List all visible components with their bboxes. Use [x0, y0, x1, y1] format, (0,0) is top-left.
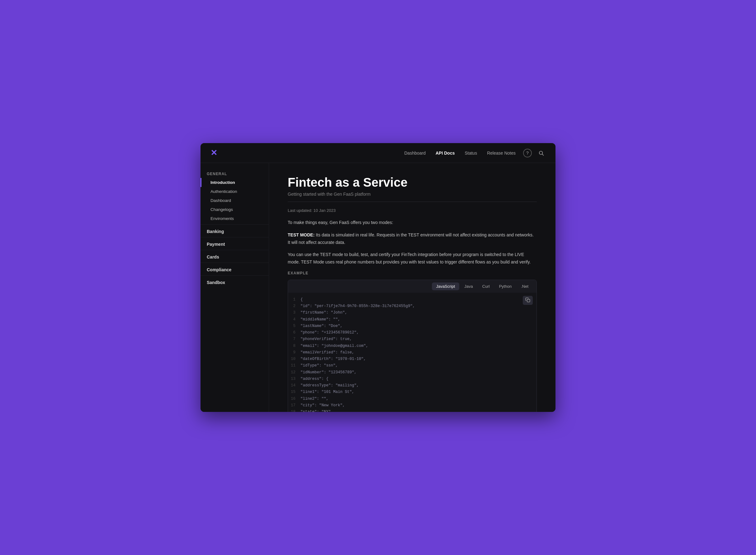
main-nav: Dashboard API Docs Status Release Notes — [404, 151, 516, 156]
logo: ✕ — [210, 148, 217, 158]
code-line: 17 "city": "New York", — [288, 402, 536, 409]
line-content: "idNumber": "123456789", — [301, 369, 536, 376]
app-window: ✕ Dashboard API Docs Status Release Note… — [201, 143, 555, 412]
code-line: 13 "address": { — [288, 376, 536, 382]
tab-python[interactable]: Python — [495, 283, 516, 290]
body-text-2: You can use the TEST mode to build, test… — [288, 251, 537, 266]
sidebar-item-changelogs[interactable]: Changelogs — [201, 205, 269, 214]
line-content: "middleName": "", — [301, 316, 536, 323]
test-mode-paragraph: TEST MODE: Its data is simulated in real… — [288, 231, 537, 246]
line-content: "idType": "ssn", — [301, 362, 536, 369]
copy-button[interactable] — [523, 296, 533, 305]
page-subtitle: Getting started with the Gen FaaS platfo… — [288, 191, 537, 197]
code-line: 15 "line1": "101 Main St", — [288, 389, 536, 395]
test-mode-label: TEST MODE: — [288, 232, 315, 238]
line-number: 1 — [288, 296, 301, 303]
code-line: 4 "middleName": "", — [288, 316, 536, 323]
tab-dotnet[interactable]: .Net — [517, 283, 533, 290]
line-number: 10 — [288, 356, 301, 362]
line-content: { — [301, 296, 536, 303]
sidebar-item-sandbox[interactable]: Sandbox — [201, 277, 269, 287]
header: ✕ Dashboard API Docs Status Release Note… — [201, 143, 555, 163]
line-content: "email": "johndoe@gmail.com", — [301, 343, 536, 349]
sidebar-item-enviroments[interactable]: Enviroments — [201, 214, 269, 223]
code-line: 18 "state": "NY", — [288, 409, 536, 412]
code-container: JavaScript Java Curl Python .Net 1{2 "id… — [288, 280, 537, 412]
code-line: 3 "firstName": "John", — [288, 309, 536, 316]
sidebar-item-compliance[interactable]: Compliance — [201, 264, 269, 274]
nav-status[interactable]: Status — [465, 151, 477, 156]
search-icon[interactable] — [537, 149, 546, 158]
nav-dashboard[interactable]: Dashboard — [404, 151, 426, 156]
help-icon[interactable]: ? — [523, 149, 532, 158]
line-content: "state": "NY", — [301, 409, 536, 412]
line-number: 14 — [288, 382, 301, 389]
page-title: Fintech as a Service — [288, 175, 537, 189]
line-content: "dateOfBirth": "1970-01-10", — [301, 356, 536, 362]
line-number: 8 — [288, 343, 301, 349]
sidebar-item-dashboard[interactable]: Dashboard — [201, 196, 269, 205]
code-line: 1{ — [288, 296, 536, 303]
tab-java[interactable]: Java — [460, 283, 477, 290]
line-number: 5 — [288, 323, 301, 330]
line-content: "firstName": "John", — [301, 309, 536, 316]
line-number: 6 — [288, 330, 301, 336]
sidebar-item-cards[interactable]: Cards — [201, 251, 269, 261]
line-content: "line2": "", — [301, 396, 536, 402]
line-number: 4 — [288, 316, 301, 323]
sidebar-item-authentication[interactable]: Authentication — [201, 187, 269, 196]
code-line: 2 "id": "per-7ifje7h4-9h70-855h-328e-3i7… — [288, 303, 536, 309]
sidebar-item-payment[interactable]: Payment — [201, 239, 269, 249]
nav-release-notes[interactable]: Release Notes — [487, 151, 516, 156]
line-number: 18 — [288, 409, 301, 412]
svg-rect-2 — [527, 299, 530, 302]
content-divider — [288, 202, 537, 202]
sidebar-divider-3 — [201, 250, 269, 250]
code-line: 9 "emailVerified": false, — [288, 349, 536, 356]
intro-paragraph: To make things easy, Gen FaaS offers you… — [288, 219, 537, 226]
header-icons: ? — [523, 149, 546, 158]
sidebar-divider-2 — [201, 237, 269, 238]
svg-line-1 — [542, 154, 543, 155]
tab-javascript[interactable]: JavaScript — [432, 283, 460, 290]
code-line: 7 "phoneVerified": true, — [288, 336, 536, 343]
line-content: "city": "New York", — [301, 402, 536, 409]
line-content: "line1": "101 Main St", — [301, 389, 536, 395]
line-number: 16 — [288, 396, 301, 402]
line-number: 17 — [288, 402, 301, 409]
line-number: 9 — [288, 349, 301, 356]
main-content: Fintech as a Service Getting started wit… — [269, 163, 555, 412]
code-line: 10 "dateOfBirth": "1970-01-10", — [288, 356, 536, 362]
main-layout: General Introduction Authentication Dash… — [201, 163, 555, 412]
logo-icon: ✕ — [210, 148, 217, 158]
line-number: 15 — [288, 389, 301, 395]
code-tabs: JavaScript Java Curl Python .Net — [288, 280, 536, 293]
code-line: 5 "lastName": "Doe", — [288, 323, 536, 330]
nav-api-docs[interactable]: API Docs — [436, 151, 454, 156]
code-line: 6 "phone": "+123456789012", — [288, 330, 536, 336]
line-content: "phoneVerified": true, — [301, 336, 536, 343]
line-content: "emailVerified": false, — [301, 349, 536, 356]
line-number: 12 — [288, 369, 301, 376]
line-number: 7 — [288, 336, 301, 343]
code-body: 1{2 "id": "per-7ifje7h4-9h70-855h-328e-3… — [288, 293, 536, 412]
code-line: 8 "email": "johndoe@gmail.com", — [288, 343, 536, 349]
code-line: 14 "addressType": "mailing", — [288, 382, 536, 389]
tab-curl[interactable]: Curl — [478, 283, 494, 290]
code-line: 16 "line2": "", — [288, 396, 536, 402]
line-content: "phone": "+123456789012", — [301, 330, 536, 336]
sidebar-section-general: General — [201, 169, 269, 178]
line-number: 3 — [288, 309, 301, 316]
code-line: 12 "idNumber": "123456789", — [288, 369, 536, 376]
last-updated: Last updated: 10 Jan 2023 — [288, 208, 537, 213]
code-lines: 1{2 "id": "per-7ifje7h4-9h70-855h-328e-3… — [288, 293, 536, 412]
line-content: "id": "per-7ifje7h4-9h70-855h-328e-3i7e7… — [301, 303, 536, 309]
sidebar-item-banking[interactable]: Banking — [201, 226, 269, 236]
sidebar-divider-1 — [201, 224, 269, 225]
line-number: 2 — [288, 303, 301, 309]
line-content: "addressType": "mailing", — [301, 382, 536, 389]
line-number: 11 — [288, 362, 301, 369]
test-mode-text: Its data is simulated in real life. Requ… — [288, 232, 534, 245]
code-line: 11 "idType": "ssn", — [288, 362, 536, 369]
sidebar-item-introduction[interactable]: Introduction — [201, 178, 269, 187]
